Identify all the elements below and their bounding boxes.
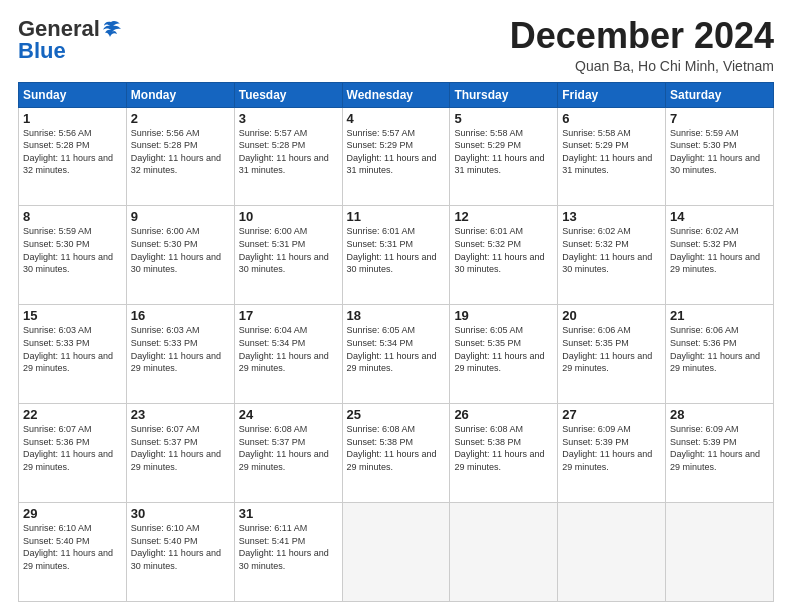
day-info: Sunrise: 6:02 AM Sunset: 5:32 PM Dayligh…	[562, 225, 661, 275]
calendar-day: 18 Sunrise: 6:05 AM Sunset: 5:34 PM Dayl…	[342, 305, 450, 404]
day-number: 13	[562, 209, 661, 224]
day-info: Sunrise: 6:07 AM Sunset: 5:36 PM Dayligh…	[23, 423, 122, 473]
calendar-day: 1 Sunrise: 5:56 AM Sunset: 5:28 PM Dayli…	[19, 107, 127, 206]
calendar-week-row: 8 Sunrise: 5:59 AM Sunset: 5:30 PM Dayli…	[19, 206, 774, 305]
day-info: Sunrise: 6:05 AM Sunset: 5:35 PM Dayligh…	[454, 324, 553, 374]
day-info: Sunrise: 6:06 AM Sunset: 5:35 PM Dayligh…	[562, 324, 661, 374]
day-info: Sunrise: 5:59 AM Sunset: 5:30 PM Dayligh…	[670, 127, 769, 177]
day-info: Sunrise: 6:10 AM Sunset: 5:40 PM Dayligh…	[23, 522, 122, 572]
day-info: Sunrise: 6:10 AM Sunset: 5:40 PM Dayligh…	[131, 522, 230, 572]
day-number: 7	[670, 111, 769, 126]
day-info: Sunrise: 6:03 AM Sunset: 5:33 PM Dayligh…	[23, 324, 122, 374]
subtitle: Quan Ba, Ho Chi Minh, Vietnam	[510, 58, 774, 74]
day-number: 28	[670, 407, 769, 422]
calendar-day: 11 Sunrise: 6:01 AM Sunset: 5:31 PM Dayl…	[342, 206, 450, 305]
calendar-day: 26 Sunrise: 6:08 AM Sunset: 5:38 PM Dayl…	[450, 404, 558, 503]
day-number: 17	[239, 308, 338, 323]
header-friday: Friday	[558, 82, 666, 107]
day-number: 15	[23, 308, 122, 323]
calendar-header-row: Sunday Monday Tuesday Wednesday Thursday…	[19, 82, 774, 107]
logo-bird-icon	[100, 20, 122, 38]
title-section: December 2024 Quan Ba, Ho Chi Minh, Viet…	[510, 16, 774, 74]
calendar-day: 14 Sunrise: 6:02 AM Sunset: 5:32 PM Dayl…	[666, 206, 774, 305]
calendar-day: 12 Sunrise: 6:01 AM Sunset: 5:32 PM Dayl…	[450, 206, 558, 305]
day-info: Sunrise: 6:11 AM Sunset: 5:41 PM Dayligh…	[239, 522, 338, 572]
day-info: Sunrise: 6:05 AM Sunset: 5:34 PM Dayligh…	[347, 324, 446, 374]
day-number: 30	[131, 506, 230, 521]
day-info: Sunrise: 6:06 AM Sunset: 5:36 PM Dayligh…	[670, 324, 769, 374]
calendar-day: 10 Sunrise: 6:00 AM Sunset: 5:31 PM Dayl…	[234, 206, 342, 305]
day-number: 4	[347, 111, 446, 126]
day-number: 18	[347, 308, 446, 323]
day-info: Sunrise: 6:02 AM Sunset: 5:32 PM Dayligh…	[670, 225, 769, 275]
day-number: 12	[454, 209, 553, 224]
calendar-day: 17 Sunrise: 6:04 AM Sunset: 5:34 PM Dayl…	[234, 305, 342, 404]
day-number: 8	[23, 209, 122, 224]
day-info: Sunrise: 6:08 AM Sunset: 5:38 PM Dayligh…	[347, 423, 446, 473]
day-number: 29	[23, 506, 122, 521]
day-info: Sunrise: 6:08 AM Sunset: 5:38 PM Dayligh…	[454, 423, 553, 473]
day-info: Sunrise: 6:01 AM Sunset: 5:31 PM Dayligh…	[347, 225, 446, 275]
calendar-day: 30 Sunrise: 6:10 AM Sunset: 5:40 PM Dayl…	[126, 503, 234, 602]
calendar-day: 22 Sunrise: 6:07 AM Sunset: 5:36 PM Dayl…	[19, 404, 127, 503]
day-number: 23	[131, 407, 230, 422]
day-number: 19	[454, 308, 553, 323]
day-info: Sunrise: 5:58 AM Sunset: 5:29 PM Dayligh…	[562, 127, 661, 177]
day-number: 31	[239, 506, 338, 521]
calendar-day: 15 Sunrise: 6:03 AM Sunset: 5:33 PM Dayl…	[19, 305, 127, 404]
header-tuesday: Tuesday	[234, 82, 342, 107]
day-number: 27	[562, 407, 661, 422]
day-number: 20	[562, 308, 661, 323]
day-number: 6	[562, 111, 661, 126]
month-title: December 2024	[510, 16, 774, 56]
day-info: Sunrise: 6:09 AM Sunset: 5:39 PM Dayligh…	[670, 423, 769, 473]
header-thursday: Thursday	[450, 82, 558, 107]
calendar-day: 7 Sunrise: 5:59 AM Sunset: 5:30 PM Dayli…	[666, 107, 774, 206]
day-number: 2	[131, 111, 230, 126]
day-number: 21	[670, 308, 769, 323]
day-info: Sunrise: 5:56 AM Sunset: 5:28 PM Dayligh…	[131, 127, 230, 177]
calendar-week-row: 22 Sunrise: 6:07 AM Sunset: 5:36 PM Dayl…	[19, 404, 774, 503]
day-number: 22	[23, 407, 122, 422]
page: General Blue December 2024 Quan Ba, Ho C…	[0, 0, 792, 612]
calendar-day: 21 Sunrise: 6:06 AM Sunset: 5:36 PM Dayl…	[666, 305, 774, 404]
day-info: Sunrise: 6:07 AM Sunset: 5:37 PM Dayligh…	[131, 423, 230, 473]
calendar-day: 3 Sunrise: 5:57 AM Sunset: 5:28 PM Dayli…	[234, 107, 342, 206]
day-number: 10	[239, 209, 338, 224]
day-number: 14	[670, 209, 769, 224]
calendar-day: 28 Sunrise: 6:09 AM Sunset: 5:39 PM Dayl…	[666, 404, 774, 503]
day-info: Sunrise: 6:08 AM Sunset: 5:37 PM Dayligh…	[239, 423, 338, 473]
calendar-day: 6 Sunrise: 5:58 AM Sunset: 5:29 PM Dayli…	[558, 107, 666, 206]
day-info: Sunrise: 6:03 AM Sunset: 5:33 PM Dayligh…	[131, 324, 230, 374]
calendar-day: 27 Sunrise: 6:09 AM Sunset: 5:39 PM Dayl…	[558, 404, 666, 503]
day-number: 24	[239, 407, 338, 422]
day-number: 9	[131, 209, 230, 224]
calendar-day	[666, 503, 774, 602]
calendar-day: 19 Sunrise: 6:05 AM Sunset: 5:35 PM Dayl…	[450, 305, 558, 404]
day-number: 3	[239, 111, 338, 126]
calendar-week-row: 1 Sunrise: 5:56 AM Sunset: 5:28 PM Dayli…	[19, 107, 774, 206]
day-info: Sunrise: 5:58 AM Sunset: 5:29 PM Dayligh…	[454, 127, 553, 177]
logo: General Blue	[18, 16, 122, 64]
calendar-day: 31 Sunrise: 6:11 AM Sunset: 5:41 PM Dayl…	[234, 503, 342, 602]
calendar-day: 4 Sunrise: 5:57 AM Sunset: 5:29 PM Dayli…	[342, 107, 450, 206]
day-number: 16	[131, 308, 230, 323]
calendar-day: 25 Sunrise: 6:08 AM Sunset: 5:38 PM Dayl…	[342, 404, 450, 503]
calendar-day: 23 Sunrise: 6:07 AM Sunset: 5:37 PM Dayl…	[126, 404, 234, 503]
calendar-table: Sunday Monday Tuesday Wednesday Thursday…	[18, 82, 774, 602]
day-info: Sunrise: 6:09 AM Sunset: 5:39 PM Dayligh…	[562, 423, 661, 473]
calendar-week-row: 29 Sunrise: 6:10 AM Sunset: 5:40 PM Dayl…	[19, 503, 774, 602]
calendar-week-row: 15 Sunrise: 6:03 AM Sunset: 5:33 PM Dayl…	[19, 305, 774, 404]
day-info: Sunrise: 6:00 AM Sunset: 5:30 PM Dayligh…	[131, 225, 230, 275]
header-saturday: Saturday	[666, 82, 774, 107]
header-sunday: Sunday	[19, 82, 127, 107]
calendar-day: 29 Sunrise: 6:10 AM Sunset: 5:40 PM Dayl…	[19, 503, 127, 602]
calendar-day	[342, 503, 450, 602]
day-info: Sunrise: 6:04 AM Sunset: 5:34 PM Dayligh…	[239, 324, 338, 374]
calendar-day: 20 Sunrise: 6:06 AM Sunset: 5:35 PM Dayl…	[558, 305, 666, 404]
calendar-day	[450, 503, 558, 602]
calendar-day: 2 Sunrise: 5:56 AM Sunset: 5:28 PM Dayli…	[126, 107, 234, 206]
day-info: Sunrise: 6:00 AM Sunset: 5:31 PM Dayligh…	[239, 225, 338, 275]
header-monday: Monday	[126, 82, 234, 107]
day-number: 11	[347, 209, 446, 224]
